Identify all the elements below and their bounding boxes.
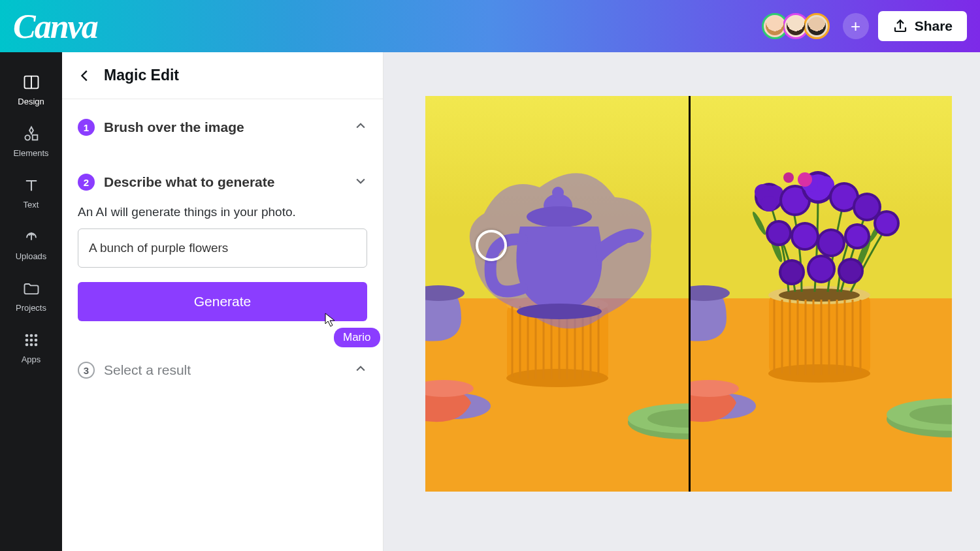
panel-header: Magic Edit bbox=[62, 52, 383, 99]
svg-point-5 bbox=[29, 334, 33, 338]
svg-point-32 bbox=[527, 206, 592, 227]
svg-point-10 bbox=[25, 343, 28, 347]
elements-icon bbox=[22, 125, 41, 143]
step-number: 1 bbox=[78, 119, 95, 136]
sidebar-item-apps[interactable]: Apps bbox=[0, 322, 62, 373]
svg-point-66 bbox=[761, 196, 777, 212]
svg-point-82 bbox=[793, 225, 817, 248]
sidebar-item-projects[interactable]: Projects bbox=[0, 270, 62, 322]
svg-point-84 bbox=[819, 231, 843, 255]
svg-rect-42 bbox=[769, 295, 870, 373]
after-image[interactable] bbox=[691, 96, 952, 492]
svg-point-90 bbox=[809, 257, 833, 281]
step-label: Brush over the image bbox=[104, 119, 244, 135]
svg-point-9 bbox=[34, 339, 37, 342]
svg-point-86 bbox=[847, 226, 868, 247]
step-3[interactable]: 3 Select a result bbox=[78, 356, 367, 384]
generate-button[interactable]: Generate bbox=[78, 282, 367, 321]
step-number: 2 bbox=[78, 174, 95, 191]
sidebar-item-label: Apps bbox=[22, 354, 41, 364]
text-icon bbox=[22, 176, 41, 195]
apps-icon bbox=[22, 331, 41, 349]
cursor-icon bbox=[325, 313, 336, 327]
uploads-icon bbox=[22, 228, 41, 246]
svg-point-7 bbox=[25, 339, 28, 342]
collaborator-avatars bbox=[762, 13, 830, 39]
share-button[interactable]: Share bbox=[878, 11, 967, 41]
before-image[interactable] bbox=[425, 96, 689, 492]
sidebar-item-uploads[interactable]: Uploads bbox=[0, 219, 62, 270]
svg-point-11 bbox=[29, 343, 33, 347]
chevron-left-icon bbox=[78, 69, 92, 83]
step-1[interactable]: 1 Brush over the image bbox=[78, 114, 367, 141]
svg-point-8 bbox=[29, 339, 33, 342]
sidebar-item-label: Text bbox=[24, 200, 39, 210]
chevron-down-icon bbox=[354, 174, 367, 190]
design-icon bbox=[22, 73, 41, 91]
svg-point-78 bbox=[876, 213, 897, 234]
svg-point-31 bbox=[552, 187, 564, 198]
panel-title: Magic Edit bbox=[104, 67, 179, 84]
before-after-pair bbox=[425, 96, 952, 492]
svg-point-33 bbox=[517, 304, 602, 319]
brush-cursor[interactable] bbox=[476, 230, 507, 261]
svg-point-6 bbox=[34, 334, 37, 338]
sidebar-item-design[interactable]: Design bbox=[0, 64, 62, 116]
svg-point-4 bbox=[25, 334, 28, 338]
back-button[interactable] bbox=[78, 69, 92, 83]
chevron-up-icon bbox=[354, 362, 367, 378]
canvas-area[interactable] bbox=[384, 52, 980, 551]
sidebar-item-label: Design bbox=[18, 97, 44, 106]
step-label: Describe what to generate bbox=[104, 174, 274, 190]
sidebar-item-label: Projects bbox=[16, 303, 46, 313]
svg-point-92 bbox=[840, 260, 861, 281]
svg-point-43 bbox=[768, 364, 870, 383]
sidebar-item-label: Elements bbox=[13, 148, 48, 158]
prompt-input[interactable] bbox=[78, 228, 367, 268]
sidebar-item-label: Uploads bbox=[16, 251, 47, 261]
svg-point-45 bbox=[779, 289, 860, 302]
svg-rect-3 bbox=[32, 135, 37, 140]
step-description: An AI will generate things in your photo… bbox=[78, 205, 367, 219]
svg-point-93 bbox=[798, 172, 812, 187]
chevron-up-icon bbox=[354, 119, 367, 135]
svg-point-76 bbox=[855, 195, 879, 219]
svg-point-12 bbox=[34, 343, 37, 347]
svg-point-88 bbox=[781, 262, 802, 283]
step-number: 3 bbox=[78, 362, 95, 379]
share-label: Share bbox=[915, 18, 953, 34]
share-icon bbox=[892, 18, 908, 34]
panel-body: 1 Brush over the image 2 Describe what t… bbox=[62, 99, 383, 398]
add-collaborator-button[interactable]: + bbox=[843, 13, 869, 39]
collaborator-name-badge: Mario bbox=[334, 328, 380, 347]
header-actions: + Share bbox=[762, 11, 967, 41]
sidebar-item-text[interactable]: Text bbox=[0, 167, 62, 219]
canva-logo: Canva bbox=[13, 7, 97, 46]
magic-edit-panel: Magic Edit 1 Brush over the image 2 Desc… bbox=[62, 52, 384, 551]
app-header: Canva + Share bbox=[0, 0, 980, 52]
left-sidebar: Design Elements Text Uploads Projects Ap… bbox=[0, 52, 62, 551]
svg-rect-40 bbox=[691, 96, 952, 318]
svg-point-2 bbox=[25, 135, 29, 140]
step-2[interactable]: 2 Describe what to generate bbox=[78, 168, 367, 196]
svg-point-80 bbox=[768, 223, 789, 244]
sidebar-item-elements[interactable]: Elements bbox=[0, 116, 62, 167]
svg-point-16 bbox=[506, 369, 608, 387]
projects-icon bbox=[22, 279, 41, 298]
avatar[interactable] bbox=[804, 13, 830, 39]
step-label: Select a result bbox=[104, 362, 191, 378]
svg-point-94 bbox=[783, 172, 794, 183]
